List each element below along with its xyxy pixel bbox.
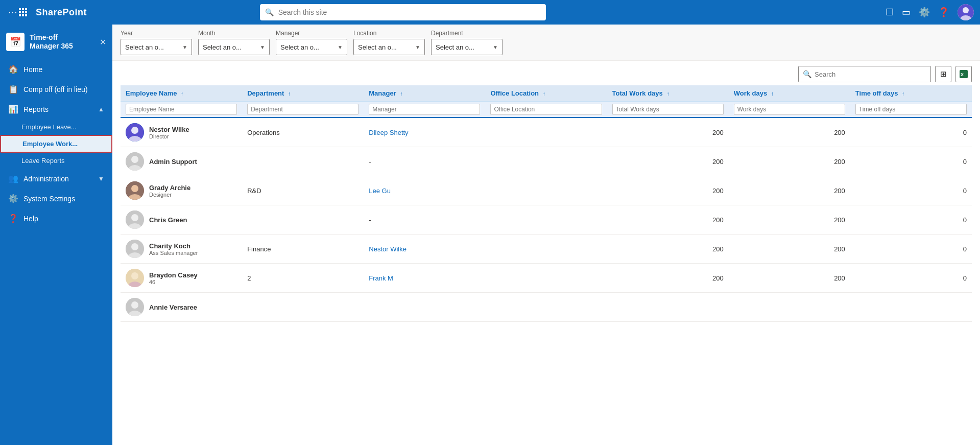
avatar [126,123,144,142]
cell-work-days: 200 [729,235,850,264]
col-employee-name[interactable]: Employee Name ↑ [121,85,242,102]
filter-select-1[interactable]: Select an o... ▼ [198,39,270,55]
mobile-icon[interactable]: ☐ [886,7,894,18]
table-body: Nestor Wilke Director Operations Dileep … [121,118,972,322]
sidebar-item-comp-off[interactable]: 📋 Comp off (off in lieu) [0,79,112,99]
filter-manager[interactable] [364,102,485,118]
manager-link[interactable]: Lee Gu [369,187,391,195]
filter-select-3[interactable]: Select an o... ▼ [353,39,425,55]
svg-rect-8 [25,14,27,16]
filter-work-days[interactable] [729,102,850,118]
filter-chevron-0: ▼ [182,44,187,50]
system-settings-icon: ⚙️ [8,194,18,203]
cell-time-off-days [850,293,972,322]
filter-chevron-2: ▼ [338,44,343,50]
filter-label-4: Department [431,30,503,37]
table-area: 🔍 ⊞ X Employee Name ↑ Department ↑ [112,61,980,445]
sidebar-item-administration[interactable]: 👥 Administration ▼ [0,169,112,189]
filter-group-month: Month Select an o... ▼ [198,30,270,55]
manager-link[interactable]: Nestor Wilke [369,245,407,253]
cell-department: 2 [242,264,364,293]
filter-input-office[interactable] [490,104,602,115]
sidebar-close-button[interactable]: ✕ [100,37,106,47]
manager-link[interactable]: Frank M [369,274,393,282]
col-time-off-days[interactable]: Time off days ↑ [850,85,972,102]
filter-input-employee[interactable] [126,104,237,115]
filter-employee-name[interactable] [121,102,242,118]
sidebar-item-system-settings[interactable]: ⚙️ System Settings [0,189,112,208]
filter-bar: Year Select an o... ▼ Month Select an o.… [112,25,980,61]
manager-link[interactable]: Dileep Shetty [369,129,408,136]
filter-select-4[interactable]: Select an o... ▼ [431,39,503,55]
cell-work-days: 200 [729,264,850,293]
col-office-location[interactable]: Office Location ↑ [485,85,607,102]
col-manager[interactable]: Manager ↑ [364,85,485,102]
filter-input-manager[interactable] [369,104,480,115]
cell-employee-name: Admin Support [121,147,242,176]
cell-total-work-days: 200 [607,176,729,205]
filter-button[interactable]: ⊞ [935,66,951,82]
employee-work-table: Employee Name ↑ Department ↑ Manager ↑ O… [121,85,972,322]
svg-rect-1 [22,8,24,10]
sidebar-item-leave-reports[interactable]: Leave Reports [0,153,112,169]
cell-manager: Nestor Wilke [364,235,485,264]
sidebar-nav: 🏠 Home 📋 Comp off (off in lieu) 📊 Report… [0,55,112,232]
filter-select-2[interactable]: Select an o... ▼ [276,39,347,55]
filter-value-0: Select an o... [125,43,164,51]
global-search-bar[interactable]: 🔍 [260,4,546,20]
filter-input-department[interactable] [247,104,358,115]
help-nav-icon: ❓ [8,214,18,223]
export-excel-button[interactable]: X [955,66,972,82]
cell-work-days: 200 [729,176,850,205]
cell-total-work-days: 200 [607,205,729,235]
filter-select-0[interactable]: Select an o... ▼ [121,39,192,55]
filter-label-0: Year [121,30,192,37]
table-search-bar[interactable]: 🔍 [798,66,931,82]
employee-name: Nestor Wilke [149,126,189,133]
manager-value: - [369,158,371,166]
filter-group-department: Department Select an o... ▼ [431,30,503,55]
filter-time-off-days[interactable] [850,102,972,118]
sidebar-header: 📅 Time-off Manager 365 ✕ [0,25,112,55]
tablet-icon[interactable]: ▭ [902,7,911,18]
settings-icon[interactable]: ⚙️ [919,7,930,18]
table-row: Charity Koch Ass Sales manager Finance N… [121,235,972,264]
cell-employee-name: Braydon Casey 46 [121,264,242,293]
user-avatar[interactable] [958,4,974,20]
help-icon[interactable]: ❓ [938,7,949,18]
cell-department: R&D [242,176,364,205]
filter-chevron-3: ▼ [415,44,420,50]
cell-department [242,205,364,235]
cell-employee-name: Chris Green [121,205,242,235]
topbar-search-input[interactable] [260,4,546,20]
col-total-work-days[interactable]: Total Work days ↑ [607,85,729,102]
table-toolbar: 🔍 ⊞ X [121,61,972,85]
svg-point-33 [131,301,138,309]
sidebar-item-reports[interactable]: 📊 Reports ▲ [0,99,112,119]
filter-group-location: Location Select an o... ▼ [353,30,425,55]
sidebar-item-home[interactable]: 🏠 Home [0,59,112,79]
svg-rect-6 [19,14,21,16]
sidebar-item-employee-work[interactable]: Employee Work... [0,135,112,153]
filter-input-total-work[interactable] [612,104,724,115]
table-row: Nestor Wilke Director Operations Dileep … [121,118,972,147]
svg-point-30 [131,272,138,279]
filter-department[interactable] [242,102,364,118]
col-work-days[interactable]: Work days ↑ [729,85,850,102]
employee-role: Ass Sales manager [149,250,198,256]
cell-department: Finance [242,235,364,264]
employee-role: 46 [149,279,198,285]
waffle-menu-button[interactable]: ⋯ [6,5,30,20]
svg-point-27 [131,243,138,250]
filter-input-work[interactable] [734,104,845,115]
col-department[interactable]: Department ↑ [242,85,364,102]
sidebar-logo: 📅 [6,33,25,51]
employee-name: Charity Koch [149,242,198,250]
filter-office-location[interactable] [485,102,607,118]
sidebar-item-help[interactable]: ❓ Help [0,208,112,228]
sidebar-item-employee-leave[interactable]: Employee Leave... [0,119,112,135]
table-search-input[interactable] [815,71,926,78]
filter-input-timeoff[interactable] [855,104,967,115]
filter-total-work-days[interactable] [607,102,729,118]
svg-rect-0 [19,8,21,10]
